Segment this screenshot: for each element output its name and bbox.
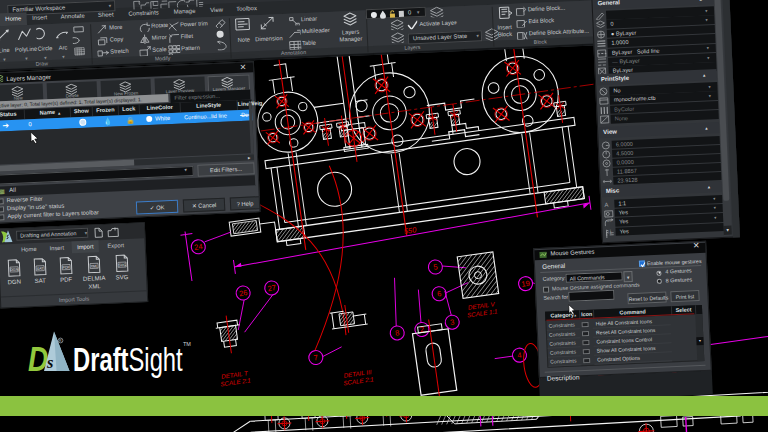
- svg-text:s: s: [46, 353, 53, 372]
- svg-text:TM: TM: [183, 341, 191, 347]
- svg-text:D: D: [28, 339, 48, 379]
- svg-text:R: R: [59, 339, 62, 343]
- svg-text:DraftSight: DraftSight: [73, 341, 183, 378]
